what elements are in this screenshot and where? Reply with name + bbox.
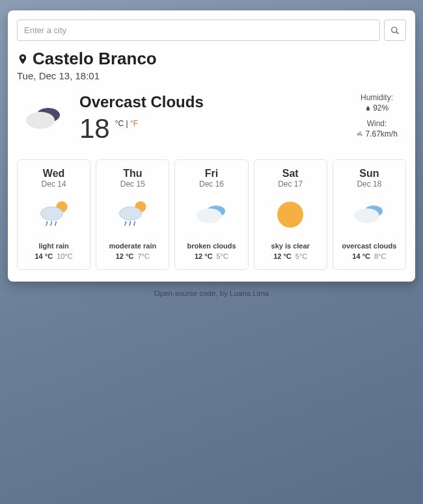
forecast-temps: 12 °C5°C: [178, 252, 245, 260]
current-datetime: Tue, Dec 13, 18:01: [17, 70, 406, 81]
temperature-row: 18 °C | °F: [79, 115, 336, 142]
svg-point-3: [26, 112, 55, 129]
forecast-day-date: Dec 15: [99, 179, 166, 189]
svg-point-18: [277, 202, 303, 228]
forecast-day-card: SunDec 18overcast clouds14 °C8°C: [333, 159, 406, 270]
current-conditions: Overcast Clouds 18 °C | °F Humidity: 92%…: [17, 93, 406, 145]
forecast-low: 5°C: [295, 252, 307, 260]
svg-line-7: [46, 221, 48, 226]
weather-description: Overcast Clouds: [79, 93, 336, 111]
forecast-day-card: FriDec 16broken clouds12 °C5°C: [174, 159, 248, 270]
droplet-icon: [365, 105, 371, 111]
forecast-description: broken clouds: [178, 242, 245, 250]
forecast-weather-icon: [20, 196, 87, 233]
weather-extras: Humidity: 92% Wind: 7.67km/h: [348, 93, 406, 145]
forecast-temps: 14 °C8°C: [336, 252, 403, 260]
forecast-temps: 12 °C5°C: [257, 252, 324, 260]
current-weather-icon: [22, 102, 68, 141]
svg-point-0: [392, 27, 397, 32]
search-input[interactable]: [17, 20, 380, 41]
forecast-day-name: Sat: [257, 168, 324, 179]
forecast-day-date: Dec 14: [20, 179, 87, 189]
svg-line-1: [396, 31, 399, 34]
forecast-low: 7°C: [137, 252, 149, 260]
unit-toggle: °C | °F: [115, 119, 138, 128]
location-row: Castelo Branco: [17, 49, 406, 69]
city-name: Castelo Branco: [33, 49, 157, 69]
svg-line-9: [55, 221, 56, 226]
forecast-temps: 14 °C10°C: [20, 252, 87, 260]
unit-celsius[interactable]: °C: [115, 119, 124, 128]
forecast-low: 5°C: [217, 252, 228, 260]
forecast-day-name: Sun: [336, 168, 403, 179]
forecast-day-name: Fri: [178, 168, 245, 179]
search-row: [17, 20, 406, 41]
svg-point-17: [197, 208, 222, 223]
forecast-high: 14 °C: [34, 252, 53, 260]
forecast-row: WedDec 14light rain14 °C10°CThuDec 15mod…: [17, 159, 406, 270]
forecast-high: 14 °C: [352, 252, 370, 260]
forecast-day-card: WedDec 14light rain14 °C10°C: [17, 159, 90, 270]
humidity-label: Humidity:: [348, 93, 406, 102]
wind-label: Wind:: [348, 119, 406, 128]
forecast-low: 10°C: [57, 252, 73, 260]
forecast-temps: 12 °C7°C: [99, 252, 166, 260]
forecast-weather-icon: [257, 196, 324, 233]
footer-credit: Open-sourse code, by Luana Lima: [0, 289, 423, 297]
unit-separator: |: [124, 119, 130, 128]
wind-icon: [356, 131, 363, 137]
forecast-high: 12 °C: [195, 252, 213, 260]
weather-card: Castelo Branco Tue, Dec 13, 18:01 Overca…: [8, 10, 415, 282]
forecast-day-date: Dec 16: [178, 179, 245, 189]
svg-line-15: [134, 221, 135, 226]
forecast-day-date: Dec 18: [336, 179, 403, 189]
humidity-value: 92%: [348, 103, 406, 113]
current-main: Overcast Clouds 18 °C | °F: [79, 93, 336, 142]
forecast-description: overcast clouds: [336, 242, 403, 250]
forecast-day-card: SatDec 17sky is clear12 °C5°C: [254, 159, 327, 270]
search-button[interactable]: [384, 20, 406, 41]
forecast-description: moderate rain: [99, 242, 166, 250]
forecast-description: sky is clear: [257, 242, 324, 250]
current-temperature: 18: [79, 115, 110, 142]
forecast-high: 12 °C: [273, 252, 292, 260]
forecast-high: 12 °C: [116, 252, 134, 260]
forecast-description: light rain: [20, 242, 87, 250]
forecast-weather-icon: [99, 196, 166, 233]
unit-fahrenheit[interactable]: °F: [130, 119, 138, 128]
svg-line-8: [50, 221, 51, 226]
forecast-day-name: Thu: [99, 168, 166, 179]
svg-line-13: [125, 221, 126, 226]
search-icon: [390, 26, 400, 35]
forecast-day-card: ThuDec 15moderate rain12 °C7°C: [96, 159, 169, 270]
svg-line-14: [130, 221, 131, 226]
location-pin-icon: [17, 52, 29, 66]
svg-point-20: [355, 208, 380, 223]
wind-value: 7.67km/h: [348, 129, 406, 139]
forecast-low: 8°C: [374, 252, 386, 260]
forecast-day-name: Wed: [20, 168, 87, 179]
forecast-weather-icon: [178, 196, 245, 233]
forecast-day-date: Dec 17: [257, 179, 324, 189]
forecast-weather-icon: [336, 196, 403, 233]
